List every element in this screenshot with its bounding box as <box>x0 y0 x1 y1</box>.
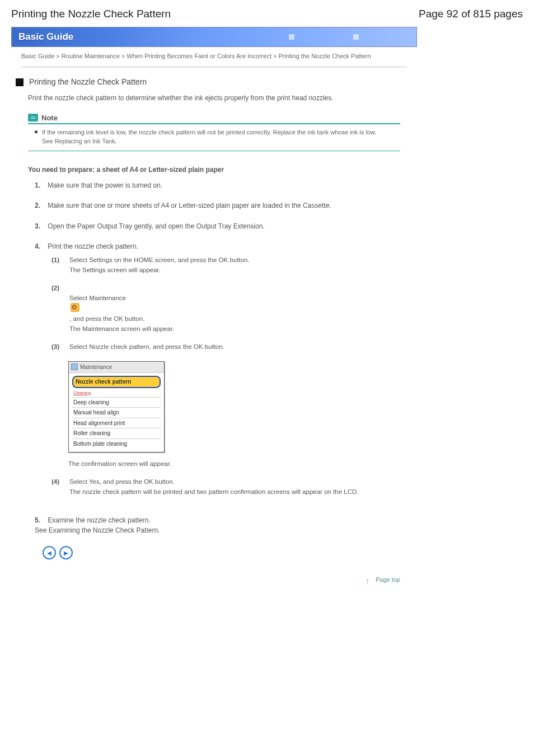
nav-icons-group: ◄ ► <box>43 546 73 559</box>
step-text: Make sure that the power is turned on. <box>48 181 162 189</box>
step-number: 5. <box>35 515 46 526</box>
step-5: 5. Examine the nozzle check pattern. See… <box>35 515 400 546</box>
lcd-title-text: Maintenance <box>80 363 112 372</box>
breadcrumb: Basic Guide > Routine Maintenance > When… <box>11 47 417 67</box>
step-text: Open the Paper Output Tray gently, and o… <box>48 222 264 230</box>
substep-3: (3) Select Nozzle check pattern, and pre… <box>51 342 400 360</box>
page-title-left: Printing the Nozzle Check Pattern <box>11 8 171 20</box>
prepare-text: You need to prepare: a sheet of A4 or Le… <box>11 156 417 177</box>
substep-number: (3) <box>51 342 65 352</box>
section-heading: Printing the Nozzle Check Pattern <box>29 77 147 86</box>
basic-guide-banner: Basic Guide <box>11 27 417 47</box>
prev-arrow-icon[interactable]: ◄ <box>43 546 56 559</box>
note-divider-bottom <box>28 151 400 151</box>
lcd-item-selected: Nozzle check pattern <box>72 376 161 388</box>
step-number: 3. <box>35 221 46 232</box>
square-bullet-icon <box>16 78 24 86</box>
substep-text: Select Nozzle check pattern, and press t… <box>69 342 224 352</box>
lcd-title-icon <box>71 363 78 370</box>
step-number: 2. <box>35 200 46 211</box>
note-icon: ≡≡ <box>28 114 38 122</box>
note-body-text: If the remaining ink level is low, the n… <box>42 128 376 146</box>
note-label: Note <box>41 114 58 122</box>
lcd-item: Cleaning <box>72 389 161 398</box>
substep-text: Select Yes, and press the OK button. The… <box>69 477 359 497</box>
lcd-item: Roller cleaning <box>72 428 161 439</box>
step-text: Print the nozzle check pattern. <box>48 242 138 250</box>
substep-text-before: Select Maintenance <box>69 295 126 301</box>
divider <box>21 67 407 67</box>
step-text: Make sure that one or more sheets of A4 … <box>48 202 331 209</box>
page-top-link[interactable]: ↑ Page top <box>11 565 417 594</box>
banner-label: Basic Guide <box>18 31 73 43</box>
substep-text-after: , and press the OK button. The Maintenan… <box>69 315 174 332</box>
substep-4: (4) Select Yes, and press the OK button.… <box>51 477 400 505</box>
lcd-item: Bottom plate cleaning <box>72 439 161 449</box>
step-3: 3. Open the Paper Output Tray gently, an… <box>35 221 400 242</box>
after-lcd-text: The confirmation screen will appear. <box>51 452 400 477</box>
substep-number: (4) <box>51 477 65 497</box>
lcd-item: Head alignment print <box>72 418 161 429</box>
lcd-item: Deep cleaning <box>72 398 161 408</box>
step-number: 4. <box>35 241 46 252</box>
substep-number: (1) <box>51 255 65 276</box>
note-box: ≡≡ Note If the remaining ink level is lo… <box>28 114 400 151</box>
page-count: Page 92 of 815 pages <box>419 8 523 20</box>
lcd-item: Manual head align <box>72 408 161 418</box>
page-top-label: Page top <box>376 576 400 583</box>
substep-text: Select Settings on the HOME screen, and … <box>69 255 250 276</box>
step-text: Examine the nozzle check pattern. See Ex… <box>35 516 160 535</box>
intro-text: Print the nozzle check pattern to determ… <box>11 91 417 114</box>
step-4: 4. Print the nozzle check pattern. (1) S… <box>35 241 400 515</box>
note-divider-top <box>28 123 400 124</box>
up-arrow-icon: ↑ <box>366 576 372 583</box>
bullet-icon <box>35 130 38 133</box>
substep-1: (1) Select Settings on the HOME screen, … <box>51 255 400 283</box>
banner-marker-icon <box>289 34 294 40</box>
maintenance-icon <box>71 303 79 312</box>
step-1: 1. Make sure that the power is turned on… <box>35 180 400 201</box>
substep-text: Select Maintenance , and press the OK bu… <box>69 283 174 334</box>
step-2: 2. Make sure that one or more sheets of … <box>35 200 400 221</box>
next-arrow-icon[interactable]: ► <box>59 546 73 559</box>
step-number: 1. <box>35 180 46 191</box>
substep-2: (2) Select Maintenance , and press the O… <box>51 283 400 342</box>
substep-number: (2) <box>51 283 65 334</box>
lcd-maintenance-screen: Maintenance Nozzle check pattern Cleanin… <box>68 361 165 453</box>
banner-marker-icon <box>353 34 359 40</box>
